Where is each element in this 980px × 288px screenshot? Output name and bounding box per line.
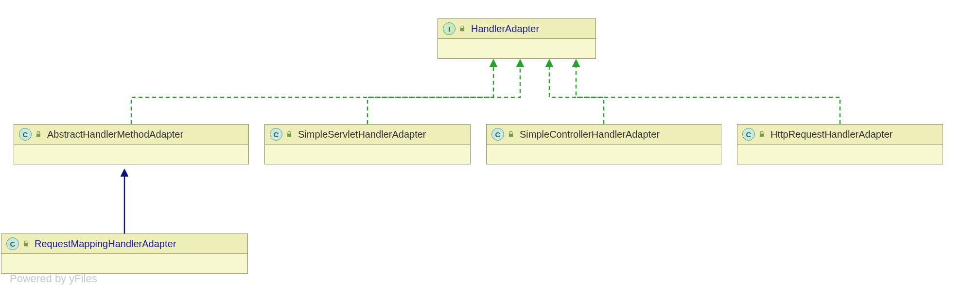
node-header: C SimpleServletHandlerAdapter (265, 125, 470, 144)
node-abstract-handler-method-adapter[interactable]: C AbstractHandlerMethodAdapter (14, 124, 249, 164)
class-icon: C (19, 128, 32, 141)
node-body (1, 254, 247, 273)
type-name: SimpleServletHandlerAdapter (298, 129, 426, 140)
class-icon: C (491, 128, 504, 141)
node-body (265, 144, 470, 164)
diagram-canvas: I HandlerAdapter C AbstractHandlerMethod… (0, 0, 980, 288)
edge-implements (368, 63, 520, 124)
node-simple-servlet-handler-adapter[interactable]: C SimpleServletHandlerAdapter (264, 124, 471, 164)
lock-icon (22, 240, 30, 248)
node-handler-adapter[interactable]: I HandlerAdapter (438, 18, 596, 59)
type-name: AbstractHandlerMethodAdapter (47, 129, 183, 140)
edge-implements (131, 63, 493, 124)
node-simple-controller-handler-adapter[interactable]: C SimpleControllerHandlerAdapter (486, 124, 721, 164)
lock-icon (35, 130, 42, 138)
node-body (14, 144, 248, 164)
edge-implements (576, 63, 840, 124)
lock-icon (285, 130, 293, 138)
lock-icon (458, 25, 466, 33)
class-icon: C (270, 128, 282, 141)
lock-icon (758, 130, 766, 138)
node-request-mapping-handler-adapter[interactable]: C RequestMappingHandlerAdapter (1, 234, 248, 274)
interface-icon: I (443, 22, 455, 35)
type-name: SimpleControllerHandlerAdapter (520, 129, 660, 140)
node-header: C SimpleControllerHandlerAdapter (487, 125, 721, 144)
type-name: HttpRequestHandlerAdapter (770, 129, 892, 140)
footer-attribution: Powered by yFiles (10, 272, 97, 285)
lock-icon (507, 130, 515, 138)
type-name: RequestMappingHandlerAdapter (35, 238, 176, 250)
node-body (487, 144, 721, 164)
node-header: I HandlerAdapter (438, 19, 595, 39)
node-http-request-handler-adapter[interactable]: C HttpRequestHandlerAdapter (737, 124, 943, 164)
node-body (737, 144, 943, 164)
class-icon: C (6, 237, 19, 250)
edge-implements (549, 63, 604, 124)
node-body (438, 39, 595, 58)
node-header: C RequestMappingHandlerAdapter (1, 234, 247, 254)
node-header: C AbstractHandlerMethodAdapter (14, 125, 248, 144)
node-header: C HttpRequestHandlerAdapter (737, 125, 943, 144)
type-name: HandlerAdapter (471, 23, 539, 35)
class-icon: C (742, 128, 755, 141)
